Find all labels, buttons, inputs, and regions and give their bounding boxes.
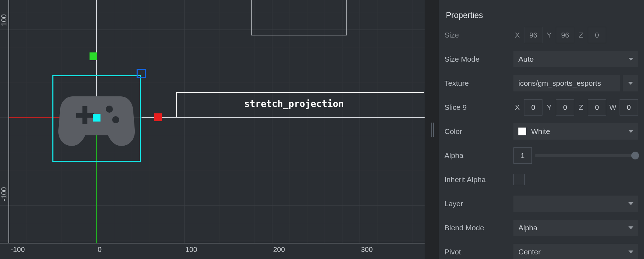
gizmo-handle-center[interactable] — [93, 114, 100, 122]
properties-panel: Properties Size X Y Z Size Mode Auto — [439, 0, 644, 259]
row-inherit-alpha: Inherit Alpha — [444, 168, 638, 192]
gizmo-handle-red[interactable] — [154, 113, 162, 121]
chevron-down-icon — [628, 130, 633, 133]
slice9-x-input[interactable] — [524, 99, 542, 116]
projection-line-h — [176, 92, 424, 93]
label-texture: Texture — [444, 79, 513, 88]
row-texture: Texture icons/gm_sports_esports — [444, 71, 638, 95]
layer-select[interactable] — [513, 196, 638, 212]
slider-thumb[interactable] — [631, 152, 639, 159]
svg-rect-50 — [82, 106, 87, 124]
label-pivot: Pivot — [444, 248, 513, 256]
blend-mode-select[interactable]: Alpha — [513, 220, 638, 236]
row-size: Size X Y Z — [444, 23, 638, 47]
label-inherit-alpha: Inherit Alpha — [444, 175, 513, 184]
row-layer: Layer — [444, 192, 638, 216]
chevron-down-icon — [628, 250, 633, 253]
chevron-down-icon — [628, 202, 633, 205]
svg-point-52 — [112, 116, 119, 123]
slice9-w-input[interactable] — [620, 99, 638, 116]
projection-line-v — [176, 92, 177, 117]
label-size: Size — [444, 31, 513, 39]
row-size-mode: Size Mode Auto — [444, 47, 638, 71]
color-swatch-icon — [518, 128, 526, 135]
label-alpha: Alpha — [444, 151, 513, 160]
size-mode-value: Auto — [518, 55, 534, 63]
chevron-down-icon — [628, 226, 633, 229]
divider-grip-icon — [431, 123, 432, 137]
svg-point-51 — [106, 106, 113, 113]
color-select[interactable]: White — [513, 123, 638, 140]
pivot-select[interactable]: Center — [513, 244, 638, 259]
slice9-z-input[interactable] — [588, 99, 606, 116]
chevron-down-icon — [628, 58, 633, 61]
gizmo-handle-green[interactable] — [90, 52, 97, 60]
texture-picker-button[interactable] — [623, 75, 638, 91]
alpha-slider[interactable] — [535, 154, 638, 157]
pivot-value: Center — [518, 248, 541, 256]
projection-label: stretch_projection — [244, 98, 344, 109]
row-pivot: Pivot Center — [444, 240, 638, 259]
slice9-y-input[interactable] — [556, 99, 574, 116]
size-y-input[interactable] — [556, 27, 574, 43]
scene-viewport[interactable]: stretch_projection 100 -100 -100 0 100 2… — [0, 0, 425, 259]
inherit-alpha-checkbox[interactable] — [513, 174, 525, 185]
size-z-input[interactable] — [588, 27, 606, 43]
color-value: White — [531, 127, 550, 136]
row-alpha: Alpha — [444, 143, 638, 168]
ruler-x: -100 0 100 200 300 — [0, 243, 425, 259]
label-blend-mode: Blend Mode — [444, 224, 513, 232]
label-size-mode: Size Mode — [444, 55, 513, 63]
container-outline-top — [251, 0, 347, 35]
world-axis-x — [142, 117, 425, 118]
row-blend-mode: Blend Mode Alpha — [444, 216, 638, 240]
gizmo-handle-scale[interactable] — [137, 69, 146, 78]
chevron-down-icon — [628, 82, 633, 85]
blend-mode-value: Alpha — [518, 224, 537, 232]
ruler-y: 100 -100 — [0, 0, 9, 243]
texture-field[interactable]: icons/gm_sports_esports — [513, 75, 620, 91]
label-color: Color — [444, 127, 513, 136]
alpha-input[interactable] — [513, 147, 532, 164]
texture-value: icons/gm_sports_esports — [518, 79, 601, 88]
size-mode-select[interactable]: Auto — [513, 51, 638, 67]
label-layer: Layer — [444, 199, 513, 208]
row-slice9: Slice 9 X Y Z W — [444, 95, 638, 119]
panel-divider[interactable] — [425, 0, 439, 259]
size-x-input[interactable] — [524, 27, 542, 43]
row-color: Color White — [444, 119, 638, 143]
label-slice9: Slice 9 — [444, 103, 513, 112]
